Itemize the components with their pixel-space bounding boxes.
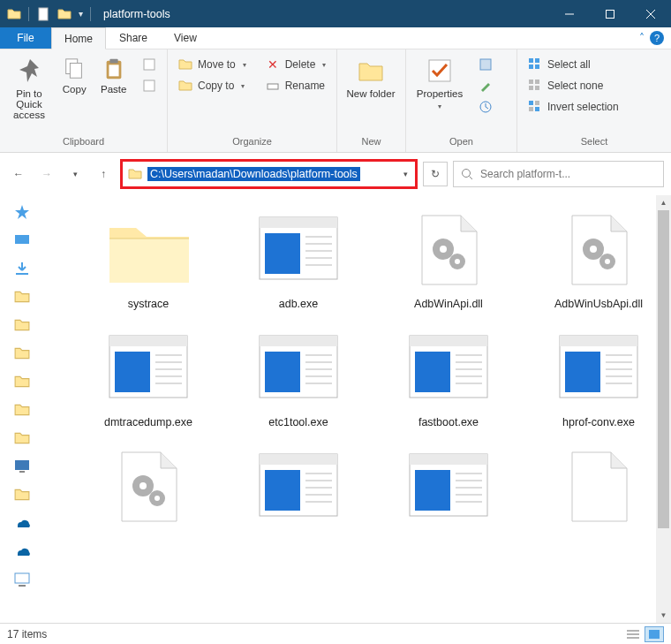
- folder-icon[interactable]: [14, 402, 30, 418]
- file-name: AdbWinApi.dll: [414, 298, 483, 310]
- file-thumbnail: [400, 326, 497, 411]
- this-pc-icon[interactable]: [14, 458, 30, 474]
- rename-button[interactable]: Rename: [260, 76, 332, 95]
- paste-button[interactable]: Paste: [96, 55, 132, 95]
- up-button[interactable]: ↑: [92, 163, 115, 186]
- file-name: dmtracedump.exe: [104, 416, 192, 428]
- qat-dropdown-icon[interactable]: ▾: [79, 9, 83, 19]
- file-name: systrace: [128, 298, 170, 310]
- svg-point-40: [463, 170, 471, 178]
- scroll-down-button[interactable]: ▼: [656, 608, 671, 623]
- downloads-icon[interactable]: [14, 261, 30, 277]
- pin-to-quick-access-button[interactable]: Pin to Quick access: [5, 55, 53, 120]
- details-view-button[interactable]: [623, 626, 643, 642]
- scroll-up-button[interactable]: ▲: [656, 195, 671, 210]
- navigation-bar: ← → ▾ ↑ C:\Users\madan\Downloads\platfor…: [0, 153, 671, 195]
- ribbon-tabs: File Home Share View ˄ ?: [0, 27, 671, 49]
- group-label-open: Open: [406, 136, 516, 152]
- file-list[interactable]: systraceadb.exeAdbWinApi.dllAdbWinUsbApi…: [42, 195, 656, 623]
- file-item[interactable]: AdbWinApi.dll: [378, 208, 519, 310]
- address-dropdown-icon[interactable]: ▾: [403, 170, 410, 178]
- main-pane: systraceadb.exeAdbWinApi.dllAdbWinUsbApi…: [0, 195, 671, 623]
- file-item[interactable]: AdbWinUsbApi.dll: [528, 208, 656, 310]
- monitor-icon[interactable]: [14, 572, 30, 587]
- open-button[interactable]: [473, 55, 498, 74]
- recent-dropdown[interactable]: ▾: [64, 163, 87, 186]
- copy-button[interactable]: Copy: [57, 55, 93, 95]
- group-label-select: Select: [517, 136, 671, 152]
- tab-file[interactable]: File: [0, 27, 51, 49]
- file-item[interactable]: etc1tool.exe: [228, 326, 369, 428]
- properties-button[interactable]: Properties ▾: [411, 55, 468, 110]
- file-item[interactable]: dmtracedump.exe: [78, 326, 219, 428]
- tab-home[interactable]: Home: [51, 27, 106, 49]
- close-button[interactable]: [630, 0, 671, 27]
- window-title: platform-tools: [98, 8, 170, 20]
- quick-access-icon[interactable]: [14, 204, 30, 220]
- search-input[interactable]: Search platform-t...: [453, 161, 664, 187]
- edit-button[interactable]: [473, 76, 498, 95]
- maximize-button[interactable]: [590, 0, 630, 27]
- svg-rect-52: [649, 630, 660, 639]
- onedrive-icon[interactable]: [14, 543, 30, 559]
- address-bar[interactable]: C:\Users\madan\Downloads\platform-tools …: [120, 159, 418, 189]
- scroll-thumb[interactable]: [658, 210, 669, 528]
- back-button[interactable]: ←: [7, 163, 30, 186]
- invert-selection-button[interactable]: Invert selection: [523, 97, 624, 117]
- folder-icon[interactable]: [14, 317, 30, 333]
- file-thumbnail: [400, 208, 497, 292]
- new-folder-button[interactable]: New folder: [343, 55, 399, 99]
- file-item[interactable]: hprof-conv.exe: [528, 326, 656, 428]
- file-thumbnail: [400, 444, 497, 529]
- folder-icon[interactable]: [14, 487, 30, 503]
- navigation-sidebar[interactable]: [0, 195, 42, 623]
- svg-rect-37: [535, 101, 539, 105]
- move-to-button[interactable]: Move to▾: [173, 55, 252, 74]
- paste-shortcut-button[interactable]: [137, 76, 162, 95]
- address-path[interactable]: C:\Users\madan\Downloads\platform-tools: [147, 167, 360, 181]
- copy-to-button[interactable]: Copy to▾: [173, 76, 252, 95]
- delete-button[interactable]: ✕Delete▾: [260, 55, 332, 74]
- tab-share[interactable]: Share: [106, 27, 161, 49]
- folder-icon[interactable]: [14, 374, 30, 390]
- help-icon[interactable]: ?: [650, 31, 664, 45]
- file-item[interactable]: fastboot.exe: [378, 326, 519, 428]
- onedrive-icon[interactable]: [14, 515, 30, 531]
- file-thumbnail: [100, 326, 197, 411]
- svg-rect-35: [535, 86, 539, 90]
- svg-rect-29: [268, 84, 278, 89]
- file-item[interactable]: [378, 444, 519, 534]
- forward-button[interactable]: →: [35, 163, 58, 186]
- folder-icon[interactable]: [14, 430, 30, 446]
- svg-rect-33: [535, 80, 539, 84]
- folder-icon[interactable]: [14, 289, 30, 305]
- svg-rect-28: [144, 80, 155, 91]
- status-bar: 17 items: [0, 623, 671, 644]
- file-item[interactable]: [528, 444, 656, 534]
- file-item[interactable]: [78, 444, 219, 534]
- file-thumbnail: [550, 326, 647, 411]
- file-item[interactable]: adb.exe: [228, 208, 369, 310]
- svg-marker-42: [15, 205, 29, 219]
- refresh-button[interactable]: ↻: [423, 162, 448, 186]
- large-icons-view-button[interactable]: [645, 626, 664, 642]
- minimize-button[interactable]: [549, 0, 590, 27]
- select-none-button[interactable]: Select none: [523, 76, 624, 95]
- vertical-scrollbar[interactable]: ▲ ▼: [656, 195, 671, 623]
- select-all-button[interactable]: Select all: [523, 55, 624, 74]
- collapse-ribbon-icon[interactable]: ˄: [639, 32, 645, 44]
- svg-rect-30: [480, 59, 491, 70]
- file-item[interactable]: systrace: [78, 208, 219, 310]
- desktop-icon[interactable]: [14, 232, 30, 248]
- folder-icon[interactable]: [14, 345, 30, 361]
- file-name: etc1tool.exe: [268, 416, 328, 428]
- file-name: fastboot.exe: [418, 416, 479, 428]
- svg-rect-45: [15, 460, 29, 470]
- svg-rect-34: [529, 86, 533, 90]
- file-item[interactable]: [228, 444, 369, 534]
- title-bar: ▾ platform-tools: [0, 0, 671, 27]
- history-button[interactable]: [473, 97, 498, 117]
- copy-path-button[interactable]: [137, 55, 162, 74]
- tab-view[interactable]: View: [161, 27, 210, 49]
- pin-label: Pin to Quick access: [5, 88, 53, 120]
